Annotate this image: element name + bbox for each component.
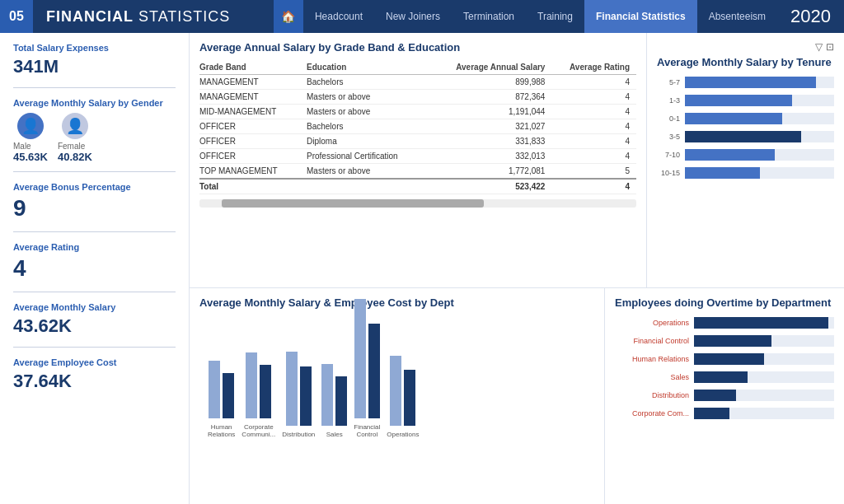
tenure-bar-row: 0-1	[657, 113, 834, 124]
nav-financial-statistics[interactable]: Financial Statistics	[584, 0, 697, 33]
table-row: MANAGEMENTMasters or above872,3644	[199, 90, 636, 105]
tenure-chart-title: Average Monthly Salary by Tenure	[657, 56, 834, 68]
nav-new-joiners[interactable]: New Joiners	[374, 0, 452, 33]
table-row: MANAGEMENTBachelors899,9884	[199, 75, 636, 90]
table-row: OFFICERDiploma331,8334	[199, 134, 636, 149]
expand-icon[interactable]: ⊡	[826, 41, 834, 53]
filter-icon[interactable]: ▽	[815, 41, 823, 53]
overtime-bar-row: Operations	[615, 317, 834, 329]
dept-bar-chart: HumanRelations CorporateCommuni... Distr…	[199, 315, 594, 439]
dept-bar-group: HumanRelations	[208, 361, 235, 439]
header-badge: 05	[0, 0, 33, 33]
table-row: TOP MANAGEMENTMasters or above1,772,0815	[199, 164, 636, 180]
table-scrollbar[interactable]	[199, 199, 636, 208]
tenure-bars: 5-7 1-3 0-1 3-5 7-10 10-15	[657, 77, 834, 179]
kpi-bonus: Average Bonus Percentage 9	[13, 182, 176, 232]
table-total-row: Total523,4224	[199, 179, 636, 194]
female-avatar: 👤	[62, 113, 88, 139]
table-row: OFFICERBachelors321,0274	[199, 119, 636, 134]
kpi-monthly-salary: Average Monthly Salary 43.62K	[13, 302, 176, 348]
tenure-bar-row: 10-15	[657, 167, 834, 179]
kpi-gender: Average Monthly Salary by Gender 👤 Male …	[13, 98, 176, 172]
tenure-chart: ▽ ⊡ Average Monthly Salary by Tenure 5-7…	[646, 33, 844, 287]
table-row: MID-MANAGEMENTMasters or above1,191,0444	[199, 105, 636, 119]
tenure-bar-row: 3-5	[657, 131, 834, 142]
nav-termination[interactable]: Termination	[452, 0, 526, 33]
dept-bar-group: Operations	[387, 356, 419, 439]
col-salary: Average Annual Salary	[430, 60, 551, 75]
overtime-bar-row: Sales	[615, 371, 834, 383]
dept-chart: Average Monthly Salary & Employee Cost b…	[190, 288, 605, 504]
overtime-bar-row: Corporate Com...	[615, 408, 834, 419]
dept-bar-group: Sales	[321, 364, 347, 439]
col-education: Education	[307, 60, 430, 75]
gender-row: 👤 Male 45.63K 👤 Female 40.82K	[13, 113, 176, 163]
overtime-chart-title: Employees doing Overtime by Department	[615, 296, 834, 309]
overtime-bars: Operations Financial Control Human Relat…	[615, 317, 834, 419]
tenure-bar-row: 7-10	[657, 149, 834, 161]
dept-bar-group: CorporateCommuni...	[241, 352, 275, 439]
nav-training[interactable]: Training	[526, 0, 584, 33]
tenure-bar-row: 5-7	[657, 77, 834, 88]
salary-table-area: Average Annual Salary by Grade Band & Ed…	[190, 33, 646, 287]
nav-headcount[interactable]: Headcount	[303, 0, 374, 33]
left-kpi-panel: Total Salary Expenses 341M Average Month…	[0, 33, 190, 504]
male-avatar: 👤	[17, 113, 44, 139]
dept-bar-group: FinancialControl	[354, 299, 380, 439]
male-kpi: 👤 Male 45.63K	[13, 113, 48, 163]
tenure-bar-row: 1-3	[657, 95, 834, 106]
col-grade: Grade Band	[199, 60, 307, 75]
overtime-bar-row: Financial Control	[615, 335, 834, 347]
home-icon[interactable]: 🏠	[274, 0, 303, 33]
kpi-employee-cost: Average Employee Cost 37.64K	[13, 357, 176, 402]
page-title: FINANCIAL STATISTICS	[33, 8, 274, 26]
dept-bar-group: Distribution	[282, 352, 315, 439]
overtime-bar-row: Human Relations	[615, 353, 834, 365]
table-row: OFFICERProfessional Certification332,013…	[199, 149, 636, 164]
year-display: 2020	[777, 0, 844, 33]
salary-table-title: Average Annual Salary by Grade Band & Ed…	[199, 41, 636, 54]
overtime-chart: Employees doing Overtime by Department O…	[605, 288, 844, 504]
female-kpi: 👤 Female 40.82K	[58, 113, 92, 163]
nav-absenteeism[interactable]: Absenteeism	[697, 0, 777, 33]
salary-table: Grade Band Education Average Annual Sala…	[199, 60, 636, 194]
main-nav: 🏠 Headcount New Joiners Termination Trai…	[274, 0, 777, 33]
overtime-bar-row: Distribution	[615, 390, 834, 401]
dept-chart-title: Average Monthly Salary & Employee Cost b…	[199, 296, 594, 309]
kpi-salary-expenses: Total Salary Expenses 341M	[13, 43, 176, 88]
kpi-rating: Average Rating 4	[13, 242, 176, 292]
col-rating: Average Rating	[551, 60, 636, 75]
